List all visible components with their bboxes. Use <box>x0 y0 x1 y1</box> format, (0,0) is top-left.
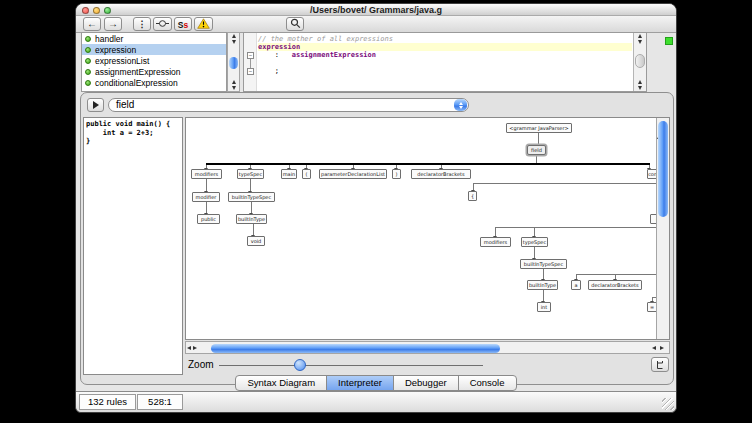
tree-edge <box>495 228 496 237</box>
tree-edge <box>543 290 544 302</box>
tree-node[interactable]: modifiers <box>191 169 222 179</box>
case-sensitivity-button[interactable]: Ss <box>174 17 192 31</box>
rule-status-icon <box>85 69 91 75</box>
tree-node[interactable]: modifiers <box>480 237 511 247</box>
rules-list-item[interactable]: expression <box>82 44 226 55</box>
warnings-button[interactable] <box>194 17 213 31</box>
rule-name: assignmentExpression <box>95 67 181 77</box>
tree-edge <box>534 247 535 259</box>
tree-node[interactable]: builtInTypeSpec <box>228 192 275 202</box>
tree-view-toggle-button[interactable] <box>651 357 669 372</box>
tree-node[interactable]: void <box>247 236 265 246</box>
back-button[interactable]: ← <box>83 17 101 31</box>
tree-node[interactable]: ) <box>392 169 401 179</box>
interpreter-panel: field public void main() { int a = 2+3;}… <box>80 92 674 385</box>
rules-count: 132 rules <box>79 394 136 410</box>
close-button[interactable] <box>82 7 89 14</box>
tree-edge <box>534 228 535 237</box>
statusbar: 132 rules 528:1 <box>76 391 676 412</box>
resize-grip[interactable] <box>662 398 674 410</box>
rules-list-item[interactable]: assignmentExpression <box>82 66 226 77</box>
tree-node[interactable]: builtInType <box>527 280 558 290</box>
fold-marker-icon[interactable]: − <box>247 52 254 59</box>
tree-node[interactable]: public <box>197 214 220 224</box>
tree-node[interactable]: { <box>468 191 477 201</box>
tree-edge <box>536 156 537 163</box>
rules-list-item[interactable]: expressionList <box>82 55 226 66</box>
caret-position: 528:1 <box>137 394 183 410</box>
code-line: : assignmentExpression <box>258 51 632 59</box>
find-button[interactable] <box>286 17 304 31</box>
interpreter-input[interactable]: public void main() { int a = 2+3;} <box>83 117 183 375</box>
syntax-diagram-button[interactable] <box>153 17 172 31</box>
tree-hscroll-thumb[interactable] <box>211 344 500 353</box>
rules-list[interactable]: handlerexpressionexpressionListassignmen… <box>81 32 227 92</box>
tab-console[interactable]: Console <box>458 375 517 391</box>
tree-node[interactable]: parameterDeclarationList <box>319 169 387 179</box>
tree-vertical-scrollbar[interactable] <box>656 118 669 339</box>
rules-list-button[interactable]: ⋮ <box>133 17 151 31</box>
fold-marker-icon[interactable]: − <box>247 68 254 75</box>
tree-node[interactable]: builtInType <box>236 214 267 224</box>
titlebar[interactable]: /Users/bovet/ Grammars/java.g <box>76 4 676 16</box>
tree-node[interactable]: int <box>537 302 551 312</box>
tree-node[interactable]: a <box>571 280 581 290</box>
parse-tree-canvas[interactable]: <grammar JavaParser>fieldmodifierstypeSp… <box>185 117 670 340</box>
desktop: { "window": { "title": "/Users/bovet/ Gr… <box>0 0 752 423</box>
minimize-button[interactable] <box>93 7 100 14</box>
search-icon <box>290 18 301 31</box>
editor-scrollbar-thumb[interactable] <box>635 54 645 68</box>
code-line: expression <box>258 43 632 51</box>
view-tabbar: Syntax DiagramInterpreterDebuggerConsole <box>76 375 676 391</box>
input-text-line: int a = 2+3; <box>86 129 181 138</box>
rules-scrollbar-thumb[interactable] <box>229 57 238 69</box>
tree-edge <box>543 269 544 280</box>
tree-node[interactable]: modifier <box>192 192 220 202</box>
zoom-button[interactable] <box>104 7 111 14</box>
rule-name: conditionalExpression <box>95 78 178 88</box>
tree-node[interactable]: ( <box>302 169 311 179</box>
rules-list-item[interactable]: conditionalExpression <box>82 77 226 88</box>
back-arrow-icon: ← <box>87 18 97 30</box>
tree-node[interactable]: typeSpec <box>237 169 264 179</box>
app-window: /Users/bovet/ Grammars/java.g ← → ⋮ Ss <box>75 3 677 413</box>
tree-edge <box>538 133 539 145</box>
tree-node[interactable]: typeSpec <box>521 237 548 247</box>
tab-debugger[interactable]: Debugger <box>393 375 459 391</box>
run-button[interactable] <box>87 98 104 112</box>
zoom-slider-track[interactable] <box>219 365 483 366</box>
rules-scrollbar[interactable] <box>227 32 240 92</box>
zoom-slider-thumb[interactable] <box>294 359 306 371</box>
warning-icon <box>197 18 210 31</box>
tree-node[interactable]: declaratorBrackets <box>588 280 642 290</box>
editor-code: // the mother of all expressionsexpressi… <box>258 35 632 75</box>
code-line: ; <box>258 67 632 75</box>
tree-node[interactable]: <grammar JavaParser> <box>506 123 572 133</box>
start-rule-combobox[interactable]: field <box>108 98 469 112</box>
rules-list-icon: ⋮ <box>138 18 147 30</box>
grammar-editor[interactable]: − − // the mother of all expressionsexpr… <box>243 32 647 92</box>
forward-arrow-icon: → <box>108 18 118 30</box>
tree-horizontal-scrollbar[interactable] <box>185 341 670 354</box>
tree-node[interactable]: field <box>527 145 546 155</box>
rule-name: handler <box>95 34 123 44</box>
tab-interpreter[interactable]: Interpreter <box>326 375 394 391</box>
tree-node[interactable]: main <box>281 169 297 179</box>
combobox-stepper-icon[interactable] <box>454 99 467 111</box>
tab-syntax-diagram[interactable]: Syntax Diagram <box>235 375 327 391</box>
tree-edge <box>253 224 254 236</box>
tree-node[interactable]: declaratorBrackets <box>411 169 471 179</box>
rules-list-item[interactable]: handler <box>82 33 226 44</box>
fold-line <box>250 59 251 68</box>
input-text-line: } <box>86 137 181 146</box>
rule-name: expression <box>95 45 136 55</box>
editor-scrollbar[interactable] <box>633 33 646 91</box>
tree-node[interactable]: builtInTypeSpec <box>520 259 567 269</box>
window-title: /Users/bovet/ Grammars/java.g <box>76 4 676 16</box>
grammar-ok-indicator <box>665 37 673 45</box>
forward-button[interactable]: → <box>104 17 122 31</box>
zoom-controls: Zoom <box>81 356 675 374</box>
tree-edge <box>206 163 650 165</box>
tree-vscroll-thumb[interactable] <box>658 121 668 217</box>
tree-edge <box>251 202 252 214</box>
